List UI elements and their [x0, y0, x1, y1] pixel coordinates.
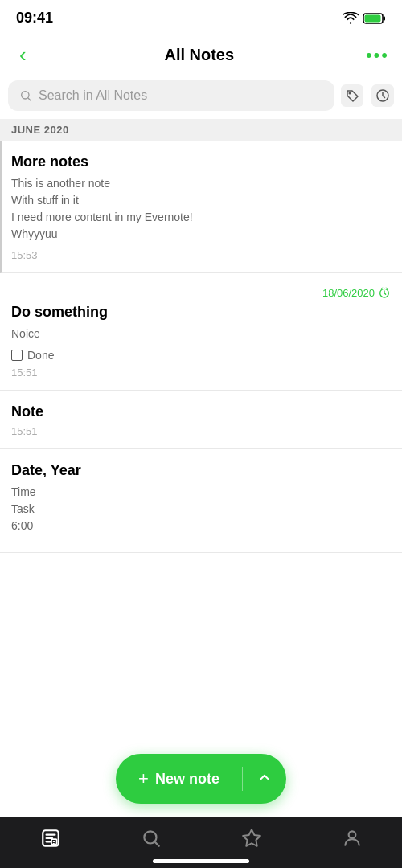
- note-item[interactable]: Note 15:51: [0, 391, 402, 449]
- fab-label: New note: [155, 771, 219, 788]
- tab-search[interactable]: [128, 825, 174, 852]
- note-reminder-date: 18/06/2020: [11, 286, 391, 299]
- note-title: Date, Year: [11, 462, 391, 479]
- fab-area: + New note: [0, 754, 402, 804]
- status-bar: 09:41: [0, 0, 402, 33]
- note-time: 15:53: [11, 249, 391, 261]
- search-bar[interactable]: Search in All Notes: [8, 80, 334, 111]
- plus-icon: +: [138, 768, 149, 789]
- status-time: 09:41: [16, 10, 53, 27]
- search-tab-icon: [141, 828, 162, 849]
- checkbox-item: Done: [11, 349, 391, 362]
- note-title: More notes: [11, 154, 391, 170]
- svg-point-12: [348, 831, 355, 838]
- svg-rect-4: [341, 84, 363, 107]
- nav-bar: ‹ All Notes •••: [0, 33, 402, 80]
- tab-notes[interactable]: [27, 825, 74, 852]
- status-icons: [343, 12, 386, 25]
- svg-rect-2: [384, 16, 386, 20]
- note-item[interactable]: 18/06/2020 Do something Noice Done 15:51: [0, 273, 402, 391]
- search-actions: [341, 84, 394, 107]
- chevron-up-icon: [257, 770, 272, 784]
- back-button[interactable]: ‹: [13, 39, 33, 71]
- search-placeholder: Search in All Notes: [39, 88, 147, 103]
- note-title: Do something: [11, 304, 391, 321]
- fab-expand-button[interactable]: [243, 755, 286, 803]
- note-time: 15:51: [11, 425, 391, 437]
- search-icon: [19, 89, 32, 102]
- more-button[interactable]: •••: [366, 45, 389, 66]
- note-preview: This is another note With stuff in it I …: [11, 175, 391, 243]
- clock-icon[interactable]: [371, 84, 394, 107]
- new-note-button[interactable]: + New note: [116, 754, 242, 804]
- wifi-icon: [343, 12, 359, 25]
- battery-icon: [363, 12, 386, 25]
- home-indicator: [153, 859, 249, 863]
- search-container: Search in All Notes: [0, 80, 402, 119]
- note-preview: Time Task 6:00: [11, 484, 391, 534]
- page-title: All Notes: [164, 46, 234, 64]
- star-tab-icon: [241, 828, 262, 849]
- note-preview: Noice: [11, 326, 391, 342]
- tab-account[interactable]: [329, 825, 375, 852]
- checkbox-box: [11, 350, 23, 361]
- svg-rect-1: [365, 14, 381, 22]
- tag-icon[interactable]: [341, 84, 363, 107]
- svg-point-5: [349, 92, 351, 95]
- tab-favorites[interactable]: [228, 825, 275, 852]
- section-header-june: JUNE 2020: [0, 119, 402, 141]
- new-note-fab[interactable]: + New note: [116, 754, 286, 804]
- account-tab-icon: [342, 828, 363, 849]
- note-time: 15:51: [11, 366, 391, 379]
- reminder-clock-icon: [378, 286, 391, 299]
- note-item[interactable]: More notes This is another note With stu…: [0, 141, 402, 273]
- note-item[interactable]: Date, Year Time Task 6:00: [0, 449, 402, 553]
- checkbox-label: Done: [27, 349, 54, 362]
- notes-tab-icon: [40, 828, 61, 849]
- note-title: Note: [11, 403, 391, 420]
